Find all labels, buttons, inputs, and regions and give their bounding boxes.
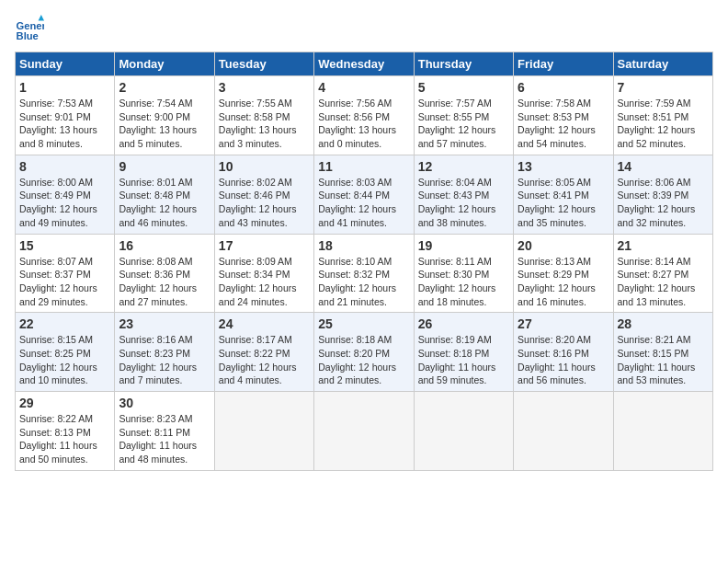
- weekday-header-sunday: Sunday: [16, 52, 115, 76]
- day-number: 11: [318, 159, 409, 174]
- day-number: 28: [618, 316, 709, 331]
- day-info: Sunrise: 8:11 AM Sunset: 8:30 PM Dayligh…: [418, 255, 509, 309]
- calendar-cell: 7Sunrise: 7:59 AM Sunset: 8:51 PM Daylig…: [613, 76, 712, 155]
- calendar-cell: 24Sunrise: 8:17 AM Sunset: 8:22 PM Dayli…: [214, 313, 313, 392]
- calendar-cell: 13Sunrise: 8:05 AM Sunset: 8:41 PM Dayli…: [514, 155, 613, 234]
- day-number: 14: [618, 159, 709, 174]
- day-info: Sunrise: 8:05 AM Sunset: 8:41 PM Dayligh…: [518, 176, 609, 230]
- day-info: Sunrise: 8:10 AM Sunset: 8:32 PM Dayligh…: [318, 255, 409, 309]
- calendar-week-row: 1Sunrise: 7:53 AM Sunset: 9:01 PM Daylig…: [16, 76, 713, 155]
- day-info: Sunrise: 8:20 AM Sunset: 8:16 PM Dayligh…: [518, 333, 609, 387]
- day-number: 10: [219, 159, 310, 174]
- calendar-cell: 14Sunrise: 8:06 AM Sunset: 8:39 PM Dayli…: [613, 155, 712, 234]
- day-info: Sunrise: 7:54 AM Sunset: 9:00 PM Dayligh…: [119, 97, 210, 151]
- calendar-cell: 12Sunrise: 8:04 AM Sunset: 8:43 PM Dayli…: [414, 155, 513, 234]
- day-number: 2: [119, 80, 210, 95]
- calendar-cell: 20Sunrise: 8:13 AM Sunset: 8:29 PM Dayli…: [514, 234, 613, 313]
- calendar-cell: 30Sunrise: 8:23 AM Sunset: 8:11 PM Dayli…: [115, 392, 214, 471]
- weekday-header-monday: Monday: [115, 52, 214, 76]
- day-number: 30: [119, 396, 210, 410]
- calendar-cell: 27Sunrise: 8:20 AM Sunset: 8:16 PM Dayli…: [514, 313, 613, 392]
- day-info: Sunrise: 8:22 AM Sunset: 8:13 PM Dayligh…: [19, 412, 110, 466]
- logo-icon: General Blue: [15, 15, 44, 44]
- calendar-cell: 17Sunrise: 8:09 AM Sunset: 8:34 PM Dayli…: [214, 234, 313, 313]
- weekday-header-row: SundayMondayTuesdayWednesdayThursdayFrid…: [16, 52, 713, 76]
- calendar-week-row: 29Sunrise: 8:22 AM Sunset: 8:13 PM Dayli…: [16, 392, 713, 471]
- day-number: 19: [418, 238, 509, 253]
- day-number: 25: [318, 316, 409, 331]
- day-number: 8: [19, 159, 110, 174]
- calendar-cell: 22Sunrise: 8:15 AM Sunset: 8:25 PM Dayli…: [16, 313, 115, 392]
- day-info: Sunrise: 7:58 AM Sunset: 8:53 PM Dayligh…: [518, 97, 609, 151]
- calendar-cell: 11Sunrise: 8:03 AM Sunset: 8:44 PM Dayli…: [314, 155, 414, 234]
- calendar-cell: 6Sunrise: 7:58 AM Sunset: 8:53 PM Daylig…: [514, 76, 613, 155]
- weekday-header-wednesday: Wednesday: [314, 52, 414, 76]
- day-info: Sunrise: 8:07 AM Sunset: 8:37 PM Dayligh…: [19, 255, 110, 309]
- day-number: 17: [219, 238, 310, 253]
- day-info: Sunrise: 8:19 AM Sunset: 8:18 PM Dayligh…: [418, 333, 509, 387]
- calendar-cell: 8Sunrise: 8:00 AM Sunset: 8:49 PM Daylig…: [16, 155, 115, 234]
- day-info: Sunrise: 8:00 AM Sunset: 8:49 PM Dayligh…: [19, 176, 110, 230]
- calendar-cell: 9Sunrise: 8:01 AM Sunset: 8:48 PM Daylig…: [115, 155, 214, 234]
- calendar-cell: 26Sunrise: 8:19 AM Sunset: 8:18 PM Dayli…: [414, 313, 513, 392]
- calendar-cell: [414, 392, 513, 471]
- calendar-cell: 3Sunrise: 7:55 AM Sunset: 8:58 PM Daylig…: [214, 76, 313, 155]
- page-header: General Blue: [15, 15, 713, 44]
- day-number: 27: [518, 316, 609, 331]
- day-number: 12: [418, 159, 509, 174]
- day-number: 6: [518, 80, 609, 95]
- day-number: 7: [618, 80, 709, 95]
- day-info: Sunrise: 8:06 AM Sunset: 8:39 PM Dayligh…: [618, 176, 709, 230]
- day-number: 4: [318, 80, 409, 95]
- calendar-week-row: 22Sunrise: 8:15 AM Sunset: 8:25 PM Dayli…: [16, 313, 713, 392]
- day-info: Sunrise: 8:01 AM Sunset: 8:48 PM Dayligh…: [119, 176, 210, 230]
- day-info: Sunrise: 7:56 AM Sunset: 8:56 PM Dayligh…: [318, 97, 409, 151]
- calendar-cell: 29Sunrise: 8:22 AM Sunset: 8:13 PM Dayli…: [16, 392, 115, 471]
- day-number: 18: [318, 238, 409, 253]
- day-info: Sunrise: 8:03 AM Sunset: 8:44 PM Dayligh…: [318, 176, 409, 230]
- day-info: Sunrise: 8:23 AM Sunset: 8:11 PM Dayligh…: [119, 412, 210, 466]
- calendar-cell: [514, 392, 613, 471]
- day-number: 29: [19, 396, 110, 410]
- weekday-header-tuesday: Tuesday: [214, 52, 313, 76]
- calendar-cell: 15Sunrise: 8:07 AM Sunset: 8:37 PM Dayli…: [16, 234, 115, 313]
- day-info: Sunrise: 8:21 AM Sunset: 8:15 PM Dayligh…: [618, 333, 709, 387]
- weekday-header-thursday: Thursday: [414, 52, 513, 76]
- day-number: 9: [119, 159, 210, 174]
- day-number: 15: [19, 238, 110, 253]
- calendar-week-row: 8Sunrise: 8:00 AM Sunset: 8:49 PM Daylig…: [16, 155, 713, 234]
- day-info: Sunrise: 8:02 AM Sunset: 8:46 PM Dayligh…: [219, 176, 310, 230]
- day-number: 16: [119, 238, 210, 253]
- calendar-cell: 1Sunrise: 7:53 AM Sunset: 9:01 PM Daylig…: [16, 76, 115, 155]
- calendar-cell: 18Sunrise: 8:10 AM Sunset: 8:32 PM Dayli…: [314, 234, 414, 313]
- logo: General Blue: [15, 15, 48, 44]
- day-number: 3: [219, 80, 310, 95]
- weekday-header-saturday: Saturday: [613, 52, 712, 76]
- day-info: Sunrise: 8:17 AM Sunset: 8:22 PM Dayligh…: [219, 333, 310, 387]
- day-info: Sunrise: 8:14 AM Sunset: 8:27 PM Dayligh…: [618, 255, 709, 309]
- calendar-cell: 28Sunrise: 8:21 AM Sunset: 8:15 PM Dayli…: [613, 313, 712, 392]
- calendar-cell: 5Sunrise: 7:57 AM Sunset: 8:55 PM Daylig…: [414, 76, 513, 155]
- calendar-cell: 10Sunrise: 8:02 AM Sunset: 8:46 PM Dayli…: [214, 155, 313, 234]
- calendar-cell: 21Sunrise: 8:14 AM Sunset: 8:27 PM Dayli…: [613, 234, 712, 313]
- day-number: 1: [19, 80, 110, 95]
- day-info: Sunrise: 8:04 AM Sunset: 8:43 PM Dayligh…: [418, 176, 509, 230]
- calendar-cell: [314, 392, 414, 471]
- day-info: Sunrise: 8:16 AM Sunset: 8:23 PM Dayligh…: [119, 333, 210, 387]
- day-number: 20: [518, 238, 609, 253]
- day-info: Sunrise: 7:59 AM Sunset: 8:51 PM Dayligh…: [618, 97, 709, 151]
- day-number: 5: [418, 80, 509, 95]
- calendar-cell: [214, 392, 313, 471]
- svg-marker-2: [39, 15, 44, 20]
- svg-text:Blue: Blue: [17, 30, 39, 41]
- weekday-header-friday: Friday: [514, 52, 613, 76]
- day-info: Sunrise: 8:18 AM Sunset: 8:20 PM Dayligh…: [318, 333, 409, 387]
- day-number: 26: [418, 316, 509, 331]
- calendar-cell: 2Sunrise: 7:54 AM Sunset: 9:00 PM Daylig…: [115, 76, 214, 155]
- day-info: Sunrise: 8:09 AM Sunset: 8:34 PM Dayligh…: [219, 255, 310, 309]
- calendar-cell: 16Sunrise: 8:08 AM Sunset: 8:36 PM Dayli…: [115, 234, 214, 313]
- day-info: Sunrise: 7:55 AM Sunset: 8:58 PM Dayligh…: [219, 97, 310, 151]
- day-info: Sunrise: 8:08 AM Sunset: 8:36 PM Dayligh…: [119, 255, 210, 309]
- day-info: Sunrise: 8:15 AM Sunset: 8:25 PM Dayligh…: [19, 333, 110, 387]
- day-number: 13: [518, 159, 609, 174]
